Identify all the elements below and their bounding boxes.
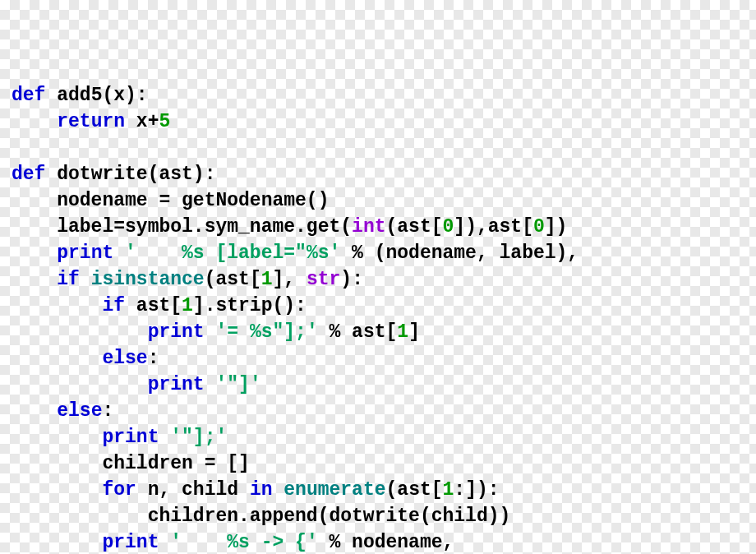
token-nm <box>12 400 57 422</box>
code-line: print '= %s"];' % ast[1] <box>12 319 756 345</box>
code-line: if isinstance(ast[1], str): <box>12 266 756 293</box>
token-nm: ]),ast[ <box>454 216 533 238</box>
token-nm <box>12 374 148 395</box>
code-line: children = [] <box>12 450 756 477</box>
token-nm: n, child <box>136 479 250 501</box>
token-nm <box>12 479 102 501</box>
token-nm: ].strip(): <box>193 295 307 316</box>
token-nm <box>12 532 102 553</box>
token-nm: ]) <box>545 216 568 238</box>
token-num: 1 <box>443 479 454 501</box>
token-nm: children.append(dotwrite(child)) <box>12 506 510 527</box>
code-line <box>12 135 756 161</box>
token-nm <box>80 269 91 290</box>
token-kw: def <box>12 85 45 106</box>
code-block: def add5(x): return x+5 def dotwrite(ast… <box>12 82 756 554</box>
token-nm: % nodename, <box>318 532 454 553</box>
token-nm: ): <box>340 269 363 290</box>
code-line: nodename = getNodename() <box>12 187 756 214</box>
token-nm: : <box>148 348 159 369</box>
token-num: 1 <box>261 269 273 290</box>
token-nm: ast[ <box>125 295 182 316</box>
token-kw: def <box>12 164 45 185</box>
token-nm <box>12 295 102 316</box>
token-nm: (ast[ <box>386 479 443 501</box>
token-nm: (ast[ <box>386 216 443 238</box>
token-nm <box>12 269 57 290</box>
code-line: label=symbol.sym_name.get(int(ast[0]),as… <box>12 214 756 240</box>
token-nm: : <box>102 400 113 422</box>
token-kw: for <box>102 479 136 501</box>
code-line: children.append(dotwrite(child)) <box>12 503 756 529</box>
token-nm: (ast[ <box>205 269 261 290</box>
token-kw: print <box>57 242 113 264</box>
code-line: print '"]' <box>12 372 756 398</box>
token-nm: dotwrite(ast): <box>45 164 215 185</box>
token-nm <box>159 532 170 553</box>
token-nm <box>113 242 125 264</box>
token-str: ' %s [label="%s' <box>125 242 340 264</box>
code-line: def add5(x): <box>12 82 756 108</box>
code-line: if ast[1].strip(): <box>12 293 756 319</box>
token-kw: if <box>57 269 80 290</box>
token-nm <box>205 321 216 343</box>
token-nm: nodename = getNodename() <box>12 190 329 211</box>
token-kw: else <box>57 400 102 422</box>
token-nm <box>12 348 102 369</box>
token-nm <box>159 427 170 448</box>
token-num: 1 <box>397 321 408 343</box>
token-num: 0 <box>533 216 545 238</box>
code-line: print ' %s -> {' % nodename, <box>12 529 756 554</box>
token-bi: enumerate <box>284 479 385 501</box>
token-kw: in <box>250 479 273 501</box>
token-kw: return <box>57 111 125 132</box>
token-kw: print <box>102 427 159 448</box>
code-line: return x+5 <box>12 108 756 135</box>
token-fn: str <box>307 269 340 290</box>
token-str: '"];' <box>170 427 227 448</box>
token-num: 1 <box>182 295 193 316</box>
token-kw: else <box>102 348 147 369</box>
token-nm <box>12 111 57 132</box>
token-nm <box>12 321 148 343</box>
token-nm: add5(x): <box>45 85 147 106</box>
token-fn: int <box>352 216 385 238</box>
code-line: def dotwrite(ast): <box>12 161 756 187</box>
code-line: print '"];' <box>12 424 756 450</box>
code-line: else: <box>12 398 756 424</box>
token-nm <box>12 427 102 448</box>
token-nm: % (nodename, label), <box>340 242 579 264</box>
token-kw: if <box>102 295 125 316</box>
code-line: else: <box>12 345 756 372</box>
code-line: for n, child in enumerate(ast[1:]): <box>12 477 756 503</box>
token-nm <box>12 242 57 264</box>
token-str: '"]' <box>215 374 260 395</box>
token-bi: isinstance <box>91 269 205 290</box>
token-nm: label=symbol.sym_name.get( <box>12 216 352 238</box>
token-nm <box>272 479 284 501</box>
token-kw: print <box>148 321 205 343</box>
token-nm <box>205 374 216 395</box>
token-num: 5 <box>159 111 170 132</box>
token-nm: x+ <box>125 111 159 132</box>
token-nm: children = [] <box>12 453 250 474</box>
token-nm: :]): <box>454 479 499 501</box>
token-nm: ], <box>273 269 307 290</box>
token-kw: print <box>102 532 159 553</box>
token-nm: ] <box>408 321 420 343</box>
token-str: ' %s -> {' <box>170 532 317 553</box>
token-nm: % ast[ <box>318 321 398 343</box>
token-str: '= %s"];' <box>215 321 317 343</box>
code-line: print ' %s [label="%s' % (nodename, labe… <box>12 240 756 266</box>
token-kw: print <box>148 374 205 395</box>
token-num: 0 <box>443 216 454 238</box>
